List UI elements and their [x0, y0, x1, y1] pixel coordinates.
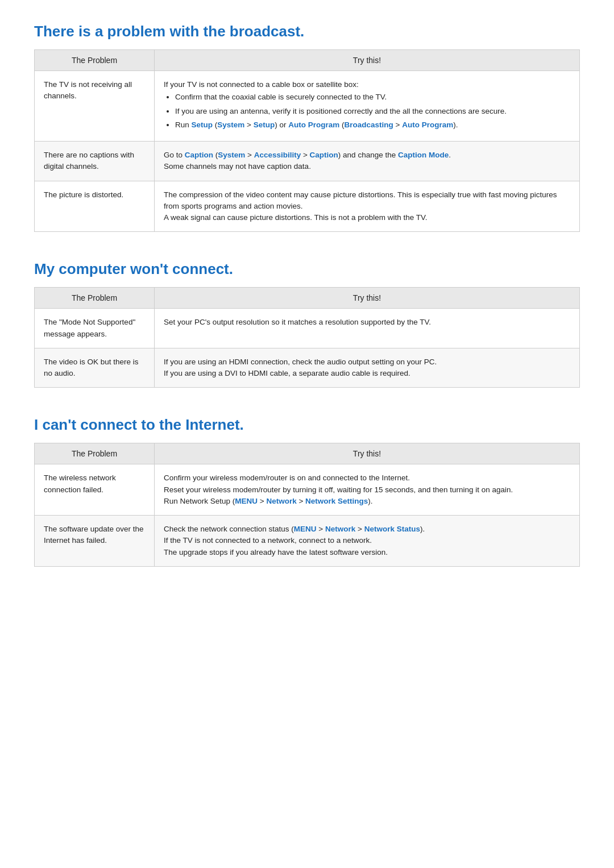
broadcast-title: There is a problem with the broadcast.	[34, 23, 580, 40]
try-cell: The compression of the video content may…	[154, 181, 579, 232]
computer-col-try: Try this!	[154, 288, 579, 309]
problem-cell: The TV is not receiving all channels.	[35, 71, 155, 142]
problem-cell: The picture is distorted.	[35, 181, 155, 232]
broadcast-section: There is a problem with the broadcast. T…	[34, 23, 580, 232]
table-row: The TV is not receiving all channels. If…	[35, 71, 580, 142]
try-cell: Confirm your wireless modem/router is on…	[154, 464, 579, 516]
try-cell: If you are using an HDMI connection, che…	[154, 348, 579, 388]
try-cell: Go to Caption (System > Accessibility > …	[154, 142, 579, 181]
problem-cell: The wireless network connection failed.	[35, 464, 155, 516]
table-row: The software update over the Internet ha…	[35, 516, 580, 567]
problem-cell: There are no captions with digital chann…	[35, 142, 155, 181]
computer-col-problem: The Problem	[35, 288, 155, 309]
broadcast-table: The Problem Try this! The TV is not rece…	[34, 49, 580, 232]
internet-col-problem: The Problem	[35, 443, 155, 464]
try-cell: Check the network connection status (MEN…	[154, 516, 579, 567]
try-cell: Set your PC's output resolution so it ma…	[154, 309, 579, 348]
internet-section: I can't connect to the Internet. The Pro…	[34, 416, 580, 567]
table-row: The "Mode Not Supported" message appears…	[35, 309, 580, 348]
table-row: The picture is distorted. The compressio…	[35, 181, 580, 232]
try-cell: If your TV is not connected to a cable b…	[154, 71, 579, 142]
internet-title: I can't connect to the Internet.	[34, 416, 580, 434]
computer-title: My computer won't connect.	[34, 260, 580, 278]
broadcast-col-try: Try this!	[154, 50, 579, 71]
table-row: The wireless network connection failed. …	[35, 464, 580, 516]
broadcast-col-problem: The Problem	[35, 50, 155, 71]
table-row: The video is OK but there is no audio. I…	[35, 348, 580, 388]
problem-cell: The "Mode Not Supported" message appears…	[35, 309, 155, 348]
internet-table: The Problem Try this! The wireless netwo…	[34, 443, 580, 567]
computer-table: The Problem Try this! The "Mode Not Supp…	[34, 287, 580, 388]
computer-section: My computer won't connect. The Problem T…	[34, 260, 580, 388]
table-row: There are no captions with digital chann…	[35, 142, 580, 181]
problem-cell: The software update over the Internet ha…	[35, 516, 155, 567]
problem-cell: The video is OK but there is no audio.	[35, 348, 155, 388]
internet-col-try: Try this!	[154, 443, 579, 464]
